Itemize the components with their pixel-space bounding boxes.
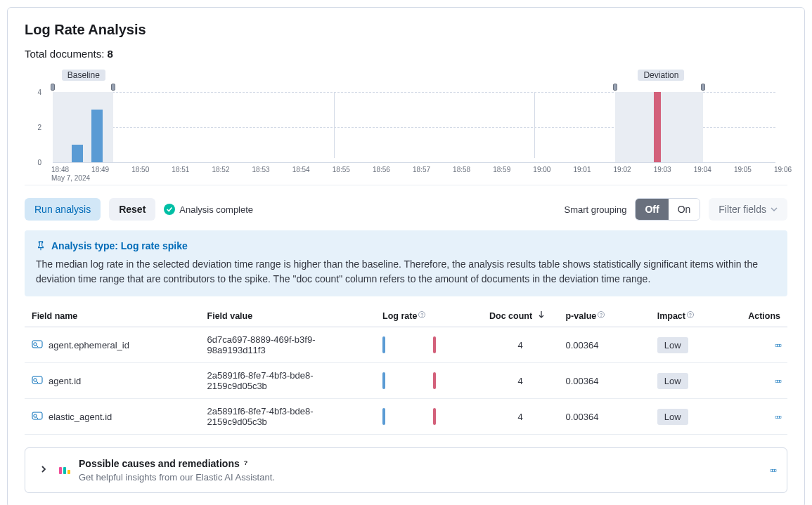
field-value: 2a5891f6-8fe7-4bf3-bde8-2159c9d05c3b xyxy=(200,399,376,435)
sort-desc-icon xyxy=(538,310,545,319)
ai-assistant-panel: Possible causes and remediations ? Get h… xyxy=(25,447,787,493)
col-doc-count[interactable]: Doc count xyxy=(482,305,559,327)
p-value: 0.00364 xyxy=(558,363,650,399)
row-actions-button[interactable]: ▫▫▫ xyxy=(775,412,780,422)
log-rate-bars xyxy=(375,399,482,435)
toggle-off[interactable]: Off xyxy=(636,199,668,220)
svg-point-3 xyxy=(34,378,37,381)
chevron-down-icon xyxy=(771,206,778,213)
col-impact[interactable]: Impact? xyxy=(650,305,734,327)
results-table: Field name Field value Log rate? Doc cou… xyxy=(25,305,787,435)
ai-actions-button[interactable]: ▫▫▫ xyxy=(770,465,775,476)
doc-count: 4 xyxy=(482,363,559,399)
p-value: 0.00364 xyxy=(558,399,650,435)
status-badge: Analysis complete xyxy=(164,204,253,215)
check-icon xyxy=(164,204,175,215)
controls-row: Run analysis Reset Analysis complete Sma… xyxy=(25,198,787,221)
filter-fields-button[interactable]: Filter fields xyxy=(709,198,787,221)
doc-count: 4 xyxy=(482,399,559,435)
log-rate-chart[interactable]: BaselineDeviation 024 18:4818:4918:5018:… xyxy=(25,70,787,162)
pin-icon xyxy=(36,241,46,251)
help-icon[interactable]: ? xyxy=(244,459,252,468)
field-type-icon xyxy=(32,339,43,352)
row-actions-button[interactable]: ▫▫▫ xyxy=(775,340,780,350)
brush-handle[interactable] xyxy=(613,84,617,91)
elastic-assistant-icon xyxy=(59,467,70,474)
table-row[interactable]: agent.ephemeral_id6d7ca697-8889-469f-b3f… xyxy=(25,327,787,363)
run-analysis-button[interactable]: Run analysis xyxy=(25,198,101,221)
total-documents: Total documents: 8 xyxy=(25,48,787,60)
brush-handle[interactable] xyxy=(51,84,55,91)
table-row[interactable]: elastic_agent.id2a5891f6-8fe7-4bf3-bde8-… xyxy=(25,399,787,435)
log-rate-bars xyxy=(375,327,482,363)
reset-button[interactable]: Reset xyxy=(109,198,155,221)
smart-grouping-toggle[interactable]: Off On xyxy=(635,198,700,221)
field-type-icon xyxy=(32,374,43,388)
toggle-on[interactable]: On xyxy=(669,199,700,220)
brush-handle[interactable] xyxy=(701,84,705,91)
ai-expand-toggle[interactable] xyxy=(37,462,51,478)
analysis-type-callout: Analysis type: Log rate spike The median… xyxy=(25,230,787,296)
p-value: 0.00364 xyxy=(558,327,650,363)
brush-handle[interactable] xyxy=(111,84,115,91)
field-name: agent.ephemeral_id xyxy=(49,340,129,350)
selection-badge-baseline: Baseline xyxy=(62,70,105,81)
col-p-value[interactable]: p-value? xyxy=(558,305,650,327)
col-log-rate[interactable]: Log rate? xyxy=(375,305,482,327)
impact-badge: Low xyxy=(657,373,688,389)
col-actions[interactable]: Actions xyxy=(734,305,787,327)
impact-badge: Low xyxy=(657,337,688,353)
log-rate-analysis-panel: Log Rate Analysis Total documents: 8 Bas… xyxy=(7,7,805,505)
svg-point-5 xyxy=(34,414,37,417)
table-row[interactable]: agent.id2a5891f6-8fe7-4bf3-bde8-2159c9d0… xyxy=(25,363,787,399)
field-name: agent.id xyxy=(49,376,81,386)
svg-point-1 xyxy=(34,342,37,345)
field-type-icon xyxy=(32,410,43,424)
page-title: Log Rate Analysis xyxy=(25,22,787,38)
log-rate-bars xyxy=(375,363,482,399)
selection-badge-deviation: Deviation xyxy=(638,70,684,81)
row-actions-button[interactable]: ▫▫▫ xyxy=(775,376,780,386)
impact-badge: Low xyxy=(657,409,688,425)
smart-grouping-label: Smart grouping xyxy=(565,204,627,215)
field-value: 6d7ca697-8889-469f-b3f9-98a9193d11f3 xyxy=(200,327,376,363)
field-value: 2a5891f6-8fe7-4bf3-bde8-2159c9d05c3b xyxy=(200,363,376,399)
doc-count: 4 xyxy=(482,327,559,363)
col-field-value[interactable]: Field value xyxy=(200,305,376,327)
field-name: elastic_agent.id xyxy=(49,412,112,422)
col-field-name[interactable]: Field name xyxy=(25,305,200,327)
